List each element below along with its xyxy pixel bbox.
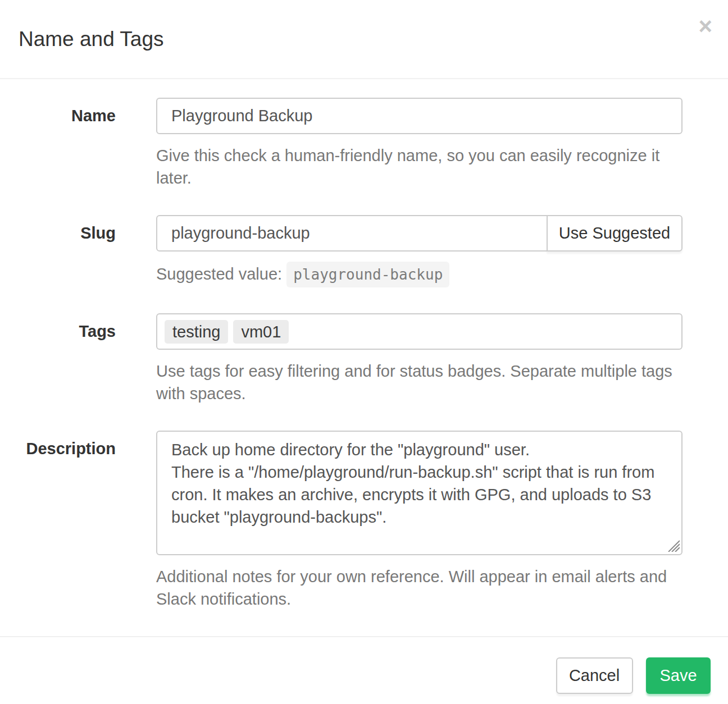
use-suggested-button[interactable]: Use Suggested bbox=[547, 215, 683, 252]
description-textarea[interactable]: Back up home directory for the "playgrou… bbox=[156, 431, 683, 555]
tags-label: Tags bbox=[0, 313, 116, 405]
cancel-button[interactable]: Cancel bbox=[556, 657, 633, 694]
tag-chip-testing[interactable]: testing bbox=[165, 320, 228, 344]
suggested-value-prefix: Suggested value: bbox=[156, 265, 282, 283]
dialog-title: Name and Tags bbox=[19, 28, 163, 51]
slug-input-group: Use Suggested bbox=[156, 215, 683, 252]
tag-chip-vm01[interactable]: vm01 bbox=[233, 320, 289, 344]
description-help-text: Additional notes for your own reference.… bbox=[156, 565, 683, 610]
close-icon[interactable]: × bbox=[698, 15, 712, 38]
dialog-body: Name Give this check a human-friendly na… bbox=[0, 79, 728, 636]
tags-field-row: Tags testing vm01 Use tags for easy filt… bbox=[0, 313, 728, 405]
tags-help-text: Use tags for easy filtering and for stat… bbox=[156, 360, 683, 405]
dialog-footer: Cancel Save bbox=[0, 636, 728, 704]
name-label: Name bbox=[0, 98, 116, 189]
slug-input[interactable] bbox=[156, 215, 548, 252]
name-input[interactable] bbox=[156, 98, 683, 134]
dialog-header: Name and Tags × bbox=[0, 0, 728, 79]
resize-handle-icon[interactable] bbox=[666, 538, 680, 552]
description-label: Description bbox=[0, 431, 116, 610]
name-help-text: Give this check a human-friendly name, s… bbox=[156, 144, 683, 189]
suggested-value-chip: playground-backup bbox=[286, 262, 449, 287]
name-and-tags-dialog: Name and Tags × Name Give this check a h… bbox=[0, 0, 728, 704]
name-field-row: Name Give this check a human-friendly na… bbox=[0, 98, 728, 189]
save-button[interactable]: Save bbox=[646, 657, 711, 694]
slug-label: Slug bbox=[0, 215, 116, 287]
slug-field-row: Slug Use Suggested Suggested value: play… bbox=[0, 215, 728, 287]
slug-help-text: Suggested value: playground-backup bbox=[156, 262, 683, 287]
description-field-row: Description Back up home directory for t… bbox=[0, 431, 728, 610]
tags-input[interactable]: testing vm01 bbox=[156, 313, 683, 350]
